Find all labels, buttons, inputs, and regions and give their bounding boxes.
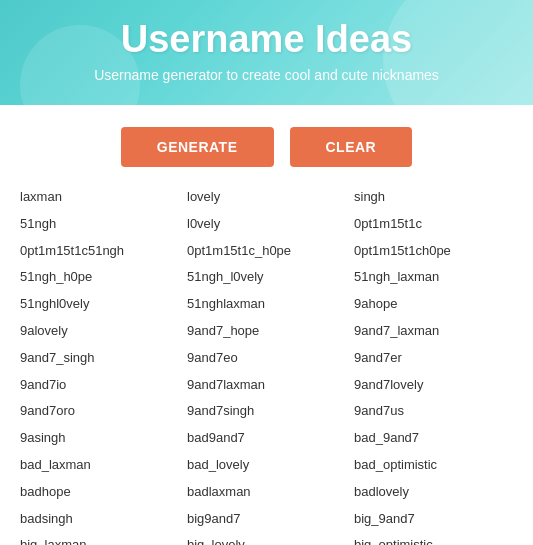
list-item: badhope: [16, 480, 183, 505]
list-item: laxman: [16, 185, 183, 210]
list-item: 9and7lovely: [350, 373, 517, 398]
list-item: bad9and7: [183, 426, 350, 451]
list-item: bad_optimistic: [350, 453, 517, 478]
list-item: 0pt1m15t1c_h0pe: [183, 239, 350, 264]
list-item: 9and7laxman: [183, 373, 350, 398]
list-item: bad_9and7: [350, 426, 517, 451]
page-subtitle: Username generator to create cool and cu…: [20, 67, 513, 83]
list-item: l0vely: [183, 212, 350, 237]
list-item: 51nghlaxman: [183, 292, 350, 317]
list-item: 51ngh_l0vely: [183, 265, 350, 290]
list-item: 9and7_laxman: [350, 319, 517, 344]
username-column-3: singh0pt1m15t1c0pt1m15t1ch0pe51ngh_laxma…: [350, 185, 517, 545]
list-item: 0pt1m15t1ch0pe: [350, 239, 517, 264]
list-item: 9and7oro: [16, 399, 183, 424]
list-item: 9and7_hope: [183, 319, 350, 344]
username-column-1: laxman51ngh0pt1m15t1c51ngh51ngh_h0pe51ng…: [16, 185, 183, 545]
list-item: big_9and7: [350, 507, 517, 532]
list-item: bad_laxman: [16, 453, 183, 478]
list-item: 51ngh_laxman: [350, 265, 517, 290]
list-item: big_optimistic: [350, 533, 517, 545]
list-item: 0pt1m15t1c51ngh: [16, 239, 183, 264]
list-item: 0pt1m15t1c: [350, 212, 517, 237]
list-item: 51nghl0vely: [16, 292, 183, 317]
list-item: singh: [350, 185, 517, 210]
list-item: 9and7eo: [183, 346, 350, 371]
list-item: big_lovely: [183, 533, 350, 545]
list-item: bad_lovely: [183, 453, 350, 478]
list-item: 9and7us: [350, 399, 517, 424]
list-item: 51ngh_h0pe: [16, 265, 183, 290]
list-item: big9and7: [183, 507, 350, 532]
clear-button[interactable]: CLEAR: [290, 127, 413, 167]
list-item: 9and7_singh: [16, 346, 183, 371]
list-item: 9alovely: [16, 319, 183, 344]
page-title: Username Ideas: [20, 18, 513, 61]
list-item: 9ahope: [350, 292, 517, 317]
generate-button[interactable]: GENERATE: [121, 127, 274, 167]
button-row: GENERATE CLEAR: [0, 105, 533, 185]
list-item: badsingh: [16, 507, 183, 532]
list-item: 9and7io: [16, 373, 183, 398]
header-section: Username Ideas Username generator to cre…: [0, 0, 533, 105]
list-item: 9and7singh: [183, 399, 350, 424]
list-item: badlaxman: [183, 480, 350, 505]
list-item: 9and7er: [350, 346, 517, 371]
list-item: badlovely: [350, 480, 517, 505]
username-list: laxman51ngh0pt1m15t1c51ngh51ngh_h0pe51ng…: [0, 185, 533, 545]
list-item: big_laxman: [16, 533, 183, 545]
username-column-2: lovelyl0vely0pt1m15t1c_h0pe51ngh_l0vely5…: [183, 185, 350, 545]
list-item: 9asingh: [16, 426, 183, 451]
list-item: lovely: [183, 185, 350, 210]
list-item: 51ngh: [16, 212, 183, 237]
